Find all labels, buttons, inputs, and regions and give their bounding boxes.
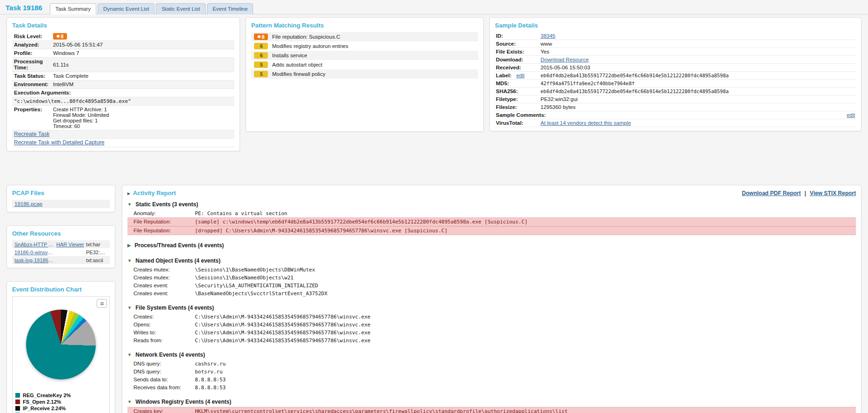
event-chart-title: Event Distribution Chart [12,286,110,293]
event-row: Creates mutex: \Sessions\1\BaseNamedObje… [127,274,856,282]
sample-detail-row: Label: edit eb6df4db2e8a413b55917722dbe0… [495,72,856,80]
event-row: DNS query: botsrv.ru [127,368,856,376]
property-line: Get dropped files: 1 [53,118,109,123]
recreate-task-link[interactable]: Recreate Task [14,131,49,137]
resource-type: txt:ascii [86,257,107,263]
tab[interactable]: Dynamic Event List [98,3,154,14]
legend-swatch [15,393,20,398]
event-row: Reads from: C:\Users\Admin\M-94334246158… [127,337,856,345]
sample-detail-row: Received: 2015-05-06 15:50:03 [495,64,856,72]
event-label: Reads from: [134,338,195,344]
event-distribution-chart-panel: Event Distribution Chart ≡ REG_CreateKey… [7,281,115,413]
recreate-task-link[interactable]: Recreate Task with Detailed Capture [14,140,105,146]
resource-link[interactable]: SnAbzx-HTTP Archive [14,242,53,247]
page-title: Task 19186 [6,4,42,12]
event-row: Creates mutex: \Sessions\1\BaseNamedObje… [127,266,856,274]
legend-item[interactable]: IP_Receive 2.24% [15,406,107,411]
sample-detail-row: Filetype: PE32:win32:gui [495,95,856,103]
activity-section-windows-registry-events: ▼ Windows Registry Events (4 events) Cre… [127,398,856,413]
sample-label-cell: SHA256: [496,88,541,95]
detail-value: Windows 7 [53,50,79,56]
activity-section-named-object-events: ▼ Named Object Events (4 events) Creates… [127,257,856,298]
section-toggle[interactable]: ▼ Static Events (3 events) [127,200,856,210]
legend-item[interactable]: FS_Open 2.12% [15,399,107,405]
detail-label: Task Status: [14,73,53,79]
triangle-icon: ▼ [127,305,132,310]
link-separator: | [805,190,806,196]
edit-comments-link[interactable]: edit [847,112,855,118]
section-title: Process/Thread Events (4 events) [134,242,224,249]
event-value: \Sessions\1\BaseNamedObjects\DBWinMutex [195,267,315,273]
section-title: Network Events (4 events) [135,352,205,358]
tab-label: Static Event List [161,6,200,12]
event-label: File Reputation: [134,219,195,225]
event-row: Creates key: HKLM\system\currentcontrols… [127,407,856,413]
event-row: Creates event: \Security\LSA_AUTHENTICAT… [127,282,856,290]
event-value: \BaseNamedObjects\SvcctrlStartEvent_A375… [195,291,327,297]
page-content: Task Details Risk Level: ✹ 8 Analyzed: 2… [0,14,868,413]
properties-row: Properties: Create HTTP Archive: 1 Firew… [12,106,234,130]
tab[interactable]: Task Summary [50,3,96,14]
tab[interactable]: Static Event List [156,3,205,14]
activity-report-header: ▸ Activity Report Download PDF Report | … [127,190,856,196]
sample-value: PE32:win32:gui [541,96,578,102]
activity-report-title: ▸ Activity Report [127,190,176,196]
sample-label-cell: Filetype: [496,96,541,102]
pie-chart[interactable] [26,310,96,379]
legend-item[interactable]: REG_CreateKey 2% [15,393,107,398]
task-detail-row: Analyzed: 2015-05-06 15:51:47 [12,41,234,49]
sample-detail-row: VirusTotal: At least 14 vendors detect t… [495,119,856,127]
event-label: DNS query: [134,361,195,367]
section-toggle[interactable]: ▶ Process/Thread Events (4 events) [127,241,856,251]
section-toggle[interactable]: ▼ Named Object Events (4 events) [127,257,856,266]
pattern-results-list: ✹ 8 File reputation: Suspicious.C 6 Modi… [251,32,478,79]
detail-value: IntelliVM [53,81,73,88]
chart-menu-button[interactable]: ≡ [97,299,107,308]
score-value: 6 [260,43,263,49]
sample-label-cell: Download: [496,57,541,63]
event-row: Anomaly: PE: Contains a virtual section [127,210,856,217]
view-stix-report-link[interactable]: View STIX Report [810,190,856,196]
pattern-result-row: 5 Adds autostart object [251,60,478,69]
tab[interactable]: Event Timeline [207,3,253,14]
task-action-links: Recreate Task Recreate Task with Detaile… [12,130,234,147]
sample-label-cell: Label: edit [496,73,541,79]
event-value: [sample] c:\windows\temp\eb6df4db2e8a413… [195,219,527,225]
tab-label: Dynamic Event List [103,6,149,12]
star-icon: ✹ [257,34,261,40]
score-value: 5 [260,71,263,77]
detail-label: Analyzed: [14,42,53,48]
resource-link[interactable]: 19186-0-winsvc.exe [14,250,53,255]
tabs: Task Summary Dynamic Event List Static E… [50,3,253,14]
event-value: 8.8.8.8:53 [195,377,226,383]
sample-label: ID: [496,33,503,39]
tab-label: Task Summary [55,6,91,12]
resource-viewer-link[interactable]: HAR Viewer [56,242,83,247]
pcap-file-link[interactable]: 19186.pcap [14,201,42,207]
event-row: Writes to: C:\Users\Admin\M-943342461585… [127,329,856,337]
resource-link[interactable]: task-log-19186-eJ0SVr.log [14,257,53,263]
score-badge: ✹ 8 [254,34,268,40]
task-details-title: Task Details [12,22,234,29]
section-toggle[interactable]: ▼ File System Events (4 events) [127,304,856,313]
resource-row: 19186-0-winsvc.exe PE32:wi... [12,248,110,256]
pattern-description: Modifies firewall policy [272,71,325,77]
event-value: cashsrv.ru [195,361,226,367]
section-toggle[interactable]: ▼ Windows Registry Events (4 events) [127,398,856,407]
download-pdf-report-link[interactable]: Download PDF Report [742,190,801,196]
sample-value: Yes [541,49,549,55]
sample-value[interactable]: At least 14 vendors detect this sample [541,120,631,126]
event-label: Creates event: [134,283,195,289]
edit-link[interactable]: edit [516,73,525,79]
section-toggle[interactable]: ▼ Network Events (4 events) [127,351,856,360]
sample-value[interactable]: Download Resource [541,57,589,63]
task-details-rows: Analyzed: 2015-05-06 15:51:47 Profile: W… [12,41,234,89]
sample-detail-row: Source: www [495,40,856,48]
event-row: File Reputation: [sample] c:\windows\tem… [127,217,856,226]
event-label: Creates mutex: [134,267,195,273]
sample-value[interactable]: 38345 [541,33,555,39]
pattern-result-row: 6 Modifies registry autorun entries [251,41,478,51]
event-label: Sends data to: [134,377,195,383]
risk-level-label: Risk Level: [14,34,53,40]
event-value: \Security\LSA_AUTHENTICATION_INITIALIZED [195,283,318,289]
